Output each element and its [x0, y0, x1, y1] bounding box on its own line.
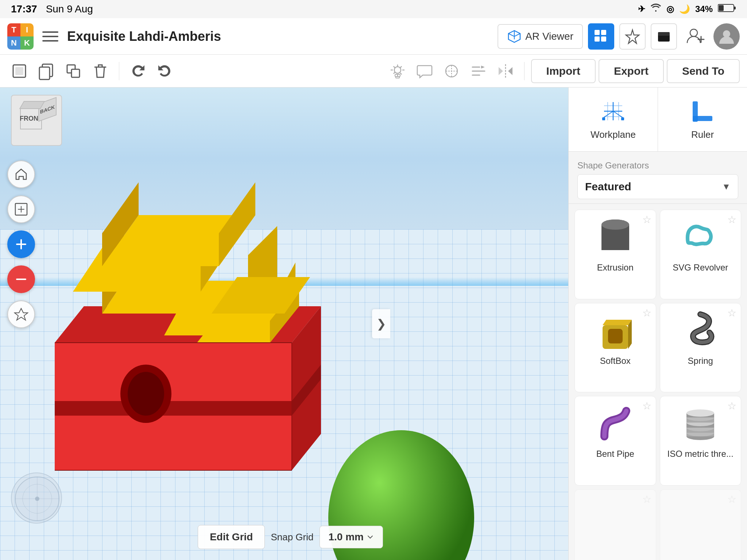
fit-view-button[interactable] — [7, 195, 35, 223]
favorite-extrusion-star[interactable]: ☆ — [642, 214, 651, 226]
location-icon: ◎ — [666, 4, 674, 14]
spring-preview — [680, 311, 720, 351]
placeholder-2-preview — [680, 497, 720, 537]
shape-library-button[interactable] — [7, 300, 35, 328]
zoom-out-button[interactable] — [7, 265, 35, 293]
svg-rect-22 — [71, 69, 80, 77]
svg-rect-12 — [658, 32, 670, 36]
export-button[interactable]: Export — [599, 59, 664, 83]
title-bar-right: AR Viewer — [498, 23, 740, 50]
side-controls — [7, 160, 35, 328]
favorite-softbox-star[interactable]: ☆ — [642, 307, 651, 319]
grid-view-button[interactable] — [588, 23, 614, 50]
add-person-button[interactable] — [682, 23, 708, 50]
favorite-placeholder-2-star[interactable]: ☆ — [727, 493, 736, 505]
title-bar: T I N K Exquisite Lahdi-Amberis AR Viewe… — [0, 18, 747, 55]
softbox-label: SoftBox — [600, 356, 631, 366]
delete-button[interactable] — [88, 59, 112, 83]
ar-viewer-button[interactable]: AR Viewer — [498, 24, 583, 49]
view-compass[interactable] — [11, 472, 62, 524]
nav-cube-inner: FRONT BACK — [11, 95, 62, 146]
svg-marker-10 — [626, 30, 639, 43]
workplane-button[interactable]: Workplane — [569, 88, 658, 151]
favorite-svg-revolver-star[interactable]: ☆ — [727, 214, 736, 226]
3d-scene[interactable] — [0, 88, 569, 560]
hamburger-menu-button[interactable] — [39, 26, 61, 47]
craft-button[interactable] — [619, 23, 646, 50]
svg-rect-2 — [719, 5, 724, 11]
shape-item-spring[interactable]: ☆ Spring — [660, 303, 742, 393]
panel-toggle-button[interactable]: ❯ — [372, 309, 390, 338]
ruler-button[interactable]: Ruler — [658, 88, 747, 151]
extrusion-preview — [595, 217, 635, 257]
zoom-in-button[interactable] — [7, 230, 35, 258]
panel-tools: Workplane Ruler — [569, 88, 747, 152]
featured-label: Featured — [585, 180, 631, 193]
svg-point-55 — [601, 219, 629, 230]
nav-cube[interactable]: FRONT BACK — [11, 95, 62, 146]
favorite-placeholder-1-star[interactable]: ☆ — [642, 493, 651, 505]
light-button[interactable] — [386, 59, 410, 83]
logo-i: I — [20, 23, 34, 36]
iso-metric-preview — [680, 404, 720, 444]
battery-text: 34% — [695, 4, 713, 14]
mirror-button[interactable] — [494, 59, 518, 83]
logo-k: K — [20, 36, 34, 50]
favorite-spring-star[interactable]: ☆ — [727, 307, 736, 319]
date: Sun 9 Aug — [46, 3, 93, 15]
copy-button[interactable] — [34, 59, 58, 83]
user-avatar[interactable] — [713, 23, 740, 50]
shape-item-iso-metric[interactable]: ☆ ISO metric thre... — [660, 396, 742, 486]
favorite-iso-metric-star[interactable]: ☆ — [727, 400, 736, 412]
home-view-button[interactable] — [7, 160, 35, 188]
toolbar-separator-2 — [524, 62, 525, 80]
status-bar: 17:37 Sun 9 Aug ✈ ◎ 🌙 34% — [0, 0, 747, 18]
shape-item-placeholder-2[interactable]: ☆ — [660, 489, 742, 560]
svg-rect-42 — [621, 117, 624, 120]
iso-metric-label: ISO metric thre... — [667, 449, 734, 459]
import-button[interactable]: Import — [531, 59, 596, 83]
shape-item-softbox[interactable]: ☆ SoftBox — [574, 303, 656, 393]
shape-generators-label: Shape Generators — [577, 160, 738, 171]
svg-point-70 — [686, 409, 714, 417]
box-button[interactable] — [651, 23, 677, 50]
bent-pipe-preview — [595, 404, 635, 444]
svg-rect-41 — [602, 117, 605, 120]
battery-icon — [718, 3, 736, 15]
group-button[interactable] — [440, 59, 464, 83]
tinkercad-logo[interactable]: T I N K — [7, 23, 34, 50]
canvas-area[interactable]: FRONT BACK ❯ — [0, 88, 569, 560]
edit-grid-button[interactable]: Edit Grid — [198, 525, 265, 549]
clock: 17:37 — [11, 3, 37, 15]
shape-item-extrusion[interactable]: ☆ Extrusion — [574, 210, 656, 299]
right-panel: Workplane Ruler Shape Generators — [568, 88, 747, 560]
svg-rect-3 — [42, 31, 58, 33]
redo-button[interactable] — [153, 59, 177, 83]
comment-button[interactable] — [413, 59, 437, 83]
favorite-bent-pipe-star[interactable]: ☆ — [642, 400, 651, 412]
svg-revolver-preview — [680, 217, 720, 257]
undo-button[interactable] — [126, 59, 150, 83]
svg-rect-4 — [42, 36, 58, 37]
svg-point-23 — [394, 67, 401, 73]
snap-value-button[interactable]: 1.0 mm — [320, 526, 383, 548]
send-to-button[interactable]: Send To — [667, 59, 740, 83]
shape-generators-dropdown[interactable]: Featured ▼ — [577, 174, 738, 199]
svg-marker-30 — [508, 67, 512, 75]
new-shape-button[interactable] — [7, 59, 31, 83]
svg-rect-5 — [42, 40, 58, 42]
toolbar: Import Export Send To — [0, 55, 747, 88]
status-icons: ✈ ◎ 🌙 34% — [638, 3, 736, 15]
duplicate-button[interactable] — [61, 59, 85, 83]
chevron-down-icon: ▼ — [722, 182, 731, 192]
bent-pipe-label: Bent Pipe — [596, 449, 634, 459]
airplane-icon: ✈ — [638, 4, 645, 14]
align-button[interactable] — [467, 59, 491, 83]
shape-item-svg-revolver[interactable]: ☆ SVG Revolver — [660, 210, 742, 299]
shape-item-bent-pipe[interactable]: ☆ Bent Pipe — [574, 396, 656, 486]
shape-item-placeholder-1[interactable]: ☆ — [574, 489, 656, 560]
logo-t: T — [7, 23, 20, 36]
snap-grid-label: Snap Grid — [271, 532, 313, 543]
wifi-icon — [650, 4, 661, 15]
svg-rect-18 — [15, 67, 23, 75]
